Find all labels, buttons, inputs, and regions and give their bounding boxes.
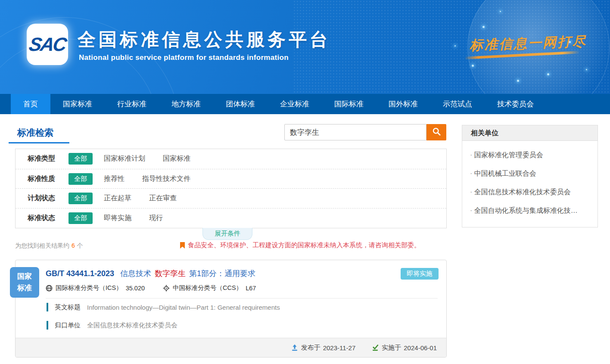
row-marker-bar — [47, 303, 48, 311]
implemented-info: 实施于 2024-06-01 — [372, 344, 437, 352]
implement-check-icon — [372, 344, 379, 351]
search-icon — [432, 127, 441, 137]
expand-conditions-button[interactable]: 展开条件 — [202, 228, 252, 240]
site-title: 全国标准信息公共服务平台 — [78, 28, 331, 52]
nav-item-industry-standards[interactable]: 行业标准 — [105, 94, 159, 114]
filter-label: 标准类型 — [28, 154, 68, 163]
standard-title-link[interactable]: GB/T 43441.1-2023信息技术数字孪生第1部分：通用要求 — [46, 268, 259, 279]
detail-value: 全国信息技术标准化技术委员会 — [87, 321, 177, 330]
related-unit-link[interactable]: 中国机械工业联合会 — [462, 165, 598, 183]
filter-label: 计划状态 — [28, 194, 68, 203]
title-segment[interactable]: 信息技术 — [120, 269, 151, 278]
ccs-value: L67 — [246, 285, 256, 292]
badge-line-2: 标准 — [17, 283, 32, 294]
filter-all-badge[interactable]: 全部 — [68, 153, 93, 165]
related-unit-link[interactable]: 国家标准化管理委员会 — [462, 146, 598, 165]
sac-logo-text: SAC — [28, 34, 68, 55]
filter-option[interactable]: 指导性技术文件 — [142, 174, 190, 184]
nav-item-technical-committee[interactable]: 技术委员会 — [485, 94, 546, 114]
related-units-title: 相关单位 — [462, 125, 598, 141]
publish-upload-icon — [291, 344, 298, 351]
nav-item-pilot[interactable]: 示范试点 — [430, 94, 485, 114]
ics-value: 35.020 — [126, 285, 145, 292]
card-footer: 发布于 2023-11-27 实施于 2024-06-01 — [16, 338, 446, 357]
detail-label: 归口单位 — [55, 321, 81, 330]
published-label: 发布于 — [301, 344, 321, 352]
crosshair-icon — [163, 285, 170, 292]
related-unit-link[interactable]: 全国信息技术标准化技术委员会 — [462, 183, 598, 202]
filter-row-standard-status: 标准状态 全部 即将实施 现行 — [16, 208, 446, 228]
globe-icon — [46, 285, 53, 292]
notice-text: 食品安全、环境保护、工程建设方面的国家标准未纳入本系统，请咨询相关部委。 — [188, 241, 420, 249]
system-notice: 食品安全、环境保护、工程建设方面的国家标准未纳入本系统，请咨询相关部委。 — [180, 241, 420, 249]
page: SAC 全国标准信息公共服务平台 National public service… — [0, 0, 610, 364]
filter-option[interactable]: 正在起草 — [104, 194, 131, 203]
related-units-list: 国家标准化管理委员会 中国机械工业联合会 全国信息技术标准化技术委员会 全国自动… — [462, 141, 598, 227]
search-input[interactable] — [284, 124, 426, 140]
result-summary-suffix: 个 — [77, 242, 83, 249]
section-title-underline — [9, 142, 69, 143]
related-unit-link[interactable]: 全国自动化系统与集成标准化技… — [462, 202, 598, 220]
related-units-panel: 相关单位 国家标准化管理委员会 中国机械工业联合会 全国信息技术标准化技术委员会… — [462, 125, 598, 227]
classification-meta: 国际标准分类号（ICS） 35.020 中国标准分类号（CCS） L67 — [46, 284, 256, 292]
filter-label: 标准状态 — [28, 214, 68, 223]
detail-row-committee: 归口单位 全国信息技术标准化技术委员会 — [47, 321, 177, 330]
filter-all-badge[interactable]: 全部 — [68, 212, 93, 224]
implemented-date: 2024-06-01 — [404, 344, 437, 352]
filter-option[interactable]: 即将实施 — [104, 214, 131, 223]
result-summary: 为您找到相关结果约6个 — [15, 242, 83, 250]
filter-option[interactable]: 正在审查 — [149, 194, 177, 203]
filter-all-badge[interactable]: 全部 — [68, 193, 93, 204]
implemented-label: 实施于 — [382, 344, 401, 352]
search-bar — [284, 124, 446, 140]
sac-logo[interactable]: SAC — [27, 24, 68, 65]
badge-line-1: 国家 — [17, 271, 32, 282]
filter-row-standard-type: 标准类型 全部 国家标准计划 国家标准 — [16, 149, 446, 169]
main-nav: 首页 国家标准 行业标准 地方标准 团体标准 企业标准 国际标准 国外标准 示范… — [0, 94, 610, 114]
ccs-label: 中国标准分类号（CCS） — [173, 284, 242, 292]
card-divider — [46, 298, 438, 299]
result-count: 6 — [72, 242, 75, 249]
filter-row-plan-status: 计划状态 全部 正在起草 正在审查 — [16, 188, 446, 208]
result-summary-prefix: 为您找到相关结果约 — [15, 242, 69, 249]
site-header: SAC 全国标准信息公共服务平台 National public service… — [0, 0, 610, 94]
title-highlight[interactable]: 数字孪生 — [155, 269, 186, 278]
section-title-standard-search: 标准检索 — [17, 127, 53, 139]
detail-value: Information technology—Digital twin—Part… — [87, 304, 280, 311]
standard-code[interactable]: GB/T 43441.1-2023 — [46, 269, 114, 278]
filter-option[interactable]: 推荐性 — [104, 174, 124, 184]
search-button[interactable] — [426, 124, 446, 140]
nav-item-local-standards[interactable]: 地方标准 — [159, 94, 213, 114]
title-rest[interactable]: 第1部分：通用要求 — [189, 269, 255, 278]
nav-item-group-standards[interactable]: 团体标准 — [213, 94, 268, 114]
detail-row-english-title: 英文标题 Information technology—Digital twin… — [47, 303, 280, 311]
filter-option[interactable]: 国家标准 — [163, 154, 190, 163]
filter-row-standard-nature: 标准性质 全部 推荐性 指导性技术文件 — [16, 169, 446, 189]
filter-option[interactable]: 国家标准计划 — [104, 154, 145, 163]
filter-all-badge[interactable]: 全部 — [68, 173, 93, 185]
detail-label: 英文标题 — [55, 303, 81, 311]
ics-label: 国际标准分类号（ICS） — [56, 284, 122, 292]
published-date: 2023-11-27 — [323, 344, 356, 352]
status-badge: 即将实施 — [401, 268, 439, 280]
row-marker-bar — [47, 321, 48, 330]
filter-label: 标准性质 — [28, 174, 68, 184]
filter-option[interactable]: 现行 — [149, 214, 163, 223]
nav-item-national-standards[interactable]: 国家标准 — [50, 94, 105, 114]
site-subtitle: National public service platform for sta… — [79, 53, 289, 62]
nav-item-foreign-standards[interactable]: 国外标准 — [376, 94, 430, 114]
standard-result-card: 国家 标准 GB/T 43441.1-2023信息技术数字孪生第1部分：通用要求… — [15, 260, 447, 358]
nav-item-enterprise-standards[interactable]: 企业标准 — [268, 94, 322, 114]
bookmark-icon — [180, 242, 185, 249]
filter-panel: 标准类型 全部 国家标准计划 国家标准 标准性质 全部 推荐性 指导性技术文件 … — [15, 149, 447, 228]
nav-item-international-standards[interactable]: 国际标准 — [322, 94, 376, 114]
standard-type-badge: 国家 标准 — [10, 267, 39, 298]
published-info: 发布于 2023-11-27 — [291, 344, 356, 352]
nav-item-home[interactable]: 首页 — [11, 94, 50, 114]
